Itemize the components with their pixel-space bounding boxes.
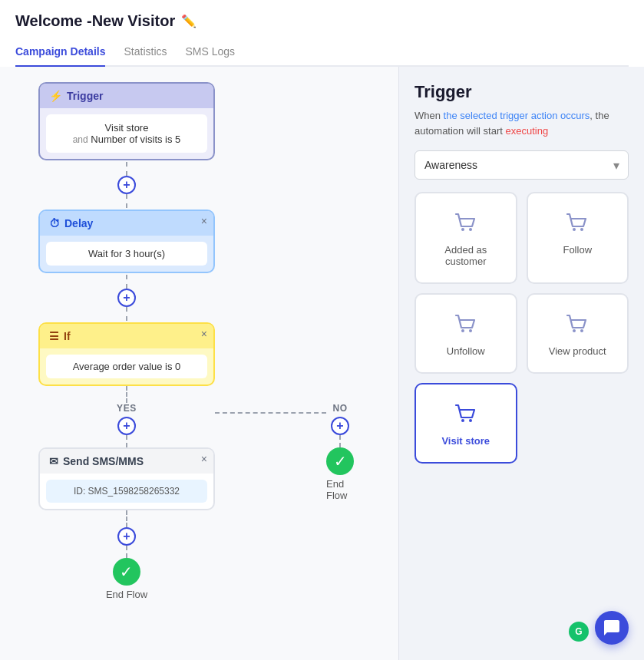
sms-node-header: ✉ Send SMS/MMS: [40, 449, 213, 474]
trigger-node-body: Visit store and Number of visits is 5: [46, 114, 207, 153]
if-node[interactable]: × ☰ If Average order value is 0: [38, 322, 215, 386]
branch-horiz-line: [215, 412, 326, 414]
trigger-card-label-visit-store: Visit store: [441, 435, 490, 447]
cart-icon-visit-store: [452, 400, 480, 427]
trigger-header-icon: ⚡: [49, 90, 62, 102]
no-label: NO: [332, 403, 347, 414]
tab-bar: Campaign Details Statistics SMS Logs: [15, 39, 629, 67]
svg-point-9: [469, 419, 472, 422]
sms-header-label: Send SMS/MMS: [63, 455, 144, 467]
connector-line-1: [126, 162, 127, 176]
end-flow-no: ✓ End Flow: [326, 447, 354, 501]
end-flow-circle-no: ✓: [326, 447, 354, 475]
branch-horiz: [215, 403, 326, 414]
connector-line-1b: [126, 194, 127, 208]
connector-2: +: [38, 275, 215, 321]
trigger-body-line2: Number of visits is 5: [91, 134, 180, 145]
trigger-card-label-unfollow: Unfollow: [447, 345, 485, 357]
flow-container: ⚡ Trigger Visit store and Number of visi…: [15, 82, 383, 600]
delay-node[interactable]: × ⏱ Delay Wait for 3 hour(s): [38, 210, 215, 273]
page-title-text: Welcome -New Visitor: [15, 12, 175, 30]
branch-section: YES + × ✉ Send SMS/MMS ID: SMS_159825826…: [38, 386, 353, 600]
sms-close-btn[interactable]: ×: [201, 454, 207, 464]
svg-point-4: [461, 329, 464, 332]
trigger-card-follow[interactable]: Follow: [527, 192, 629, 284]
add-node-btn-2[interactable]: +: [117, 289, 136, 307]
connector-1: +: [38, 162, 215, 208]
svg-point-0: [461, 228, 464, 231]
delay-body-text: Wait for 3 hour(s): [88, 248, 165, 259]
no-branch: NO + ✓ End Flow: [326, 386, 354, 501]
trigger-node-header: ⚡ Trigger: [40, 84, 213, 108]
no-branch-line: [339, 435, 341, 447]
awareness-select[interactable]: Awareness: [414, 150, 629, 180]
awareness-select-wrapper[interactable]: Awareness ▾: [414, 150, 629, 180]
if-header-icon: ☰: [49, 330, 59, 342]
sms-body-text: ID: SMS_1598258265332: [74, 486, 180, 497]
end-flow-yes: ✓ End Flow: [106, 558, 147, 600]
trigger-card-label-view-product: View product: [549, 345, 606, 357]
delay-close-btn[interactable]: ×: [201, 216, 207, 226]
cart-icon-follow: [563, 209, 591, 236]
chat-icon: [603, 619, 621, 637]
yes-branch: YES + × ✉ Send SMS/MMS ID: SMS_159825826…: [38, 386, 215, 600]
trigger-desc-blue: the selected trigger action occurs: [444, 110, 590, 121]
delay-node-body: Wait for 3 hour(s): [46, 242, 207, 266]
tab-statistics[interactable]: Statistics: [124, 39, 167, 67]
grammarly-letter: G: [575, 626, 582, 637]
page-title: Welcome -New Visitor ✏️: [15, 12, 629, 30]
trigger-card-label-follow: Follow: [563, 244, 592, 256]
yes-branch-line-bot2: [126, 546, 127, 558]
header: Welcome -New Visitor ✏️ Campaign Details…: [0, 0, 644, 67]
trigger-card-unfollow[interactable]: Unfollow: [414, 293, 517, 374]
trigger-panel: Trigger When the selected trigger action…: [398, 67, 644, 660]
trigger-card-visit-store[interactable]: Visit store: [414, 383, 517, 464]
add-node-btn-no[interactable]: +: [331, 417, 349, 435]
end-flow-circle-yes: ✓: [113, 558, 140, 586]
svg-point-3: [580, 228, 583, 231]
if-close-btn[interactable]: ×: [201, 328, 207, 339]
trigger-description: When the selected trigger action occurs,…: [414, 108, 629, 138]
tab-campaign-details[interactable]: Campaign Details: [15, 39, 105, 67]
trigger-card-grid: Added as customer Follow Unfollow: [414, 192, 629, 464]
edit-icon[interactable]: ✏️: [181, 14, 197, 28]
svg-point-7: [580, 329, 583, 332]
svg-point-5: [469, 329, 472, 332]
trigger-card-label-added-as-customer: Added as customer: [428, 244, 504, 267]
sms-header-icon: ✉: [49, 455, 58, 467]
grammarly-icon: G: [569, 622, 589, 642]
svg-point-6: [573, 329, 576, 332]
trigger-panel-title: Trigger: [414, 82, 629, 102]
sms-node-body: ID: SMS_1598258265332: [46, 480, 207, 503]
flow-panel: ⚡ Trigger Visit store and Number of visi…: [0, 67, 398, 660]
trigger-card-added-as-customer[interactable]: Added as customer: [414, 192, 517, 284]
add-node-btn-1[interactable]: +: [117, 176, 136, 194]
trigger-card-view-product[interactable]: View product: [527, 293, 629, 374]
if-header-label: If: [64, 330, 71, 342]
delay-header-icon: ⏱: [49, 217, 60, 229]
trigger-body-line1: Visit store: [55, 122, 198, 134]
add-node-btn-yes-bot[interactable]: +: [117, 527, 136, 546]
chat-bubble-btn[interactable]: [595, 611, 629, 645]
trigger-and-text: and: [73, 134, 88, 145]
svg-point-2: [573, 228, 576, 231]
trigger-node[interactable]: ⚡ Trigger Visit store and Number of visi…: [38, 82, 215, 160]
no-branch-spacer: [339, 386, 341, 403]
end-flow-label-no: End Flow: [326, 478, 354, 501]
yes-branch-line-mid: [126, 435, 127, 447]
svg-point-1: [469, 228, 472, 231]
yes-label: YES: [117, 403, 137, 414]
yes-branch-line-top: [126, 386, 127, 403]
add-node-btn-yes[interactable]: +: [117, 417, 136, 435]
if-node-body: Average order value is 0: [46, 355, 207, 378]
delay-node-header: ⏱ Delay: [40, 211, 213, 236]
sms-node[interactable]: × ✉ Send SMS/MMS ID: SMS_1598258265332: [38, 447, 215, 510]
end-flow-label-yes: End Flow: [106, 589, 147, 600]
trigger-desc-red: executing: [506, 125, 549, 137]
if-node-header: ☰ If: [40, 324, 213, 348]
tab-sms-logs[interactable]: SMS Logs: [186, 39, 236, 67]
connector-line-2b: [126, 307, 127, 321]
trigger-body-and: and Number of visits is 5: [55, 134, 198, 145]
delay-header-label: Delay: [64, 217, 93, 229]
branch-lines: YES + × ✉ Send SMS/MMS ID: SMS_159825826…: [38, 386, 353, 600]
